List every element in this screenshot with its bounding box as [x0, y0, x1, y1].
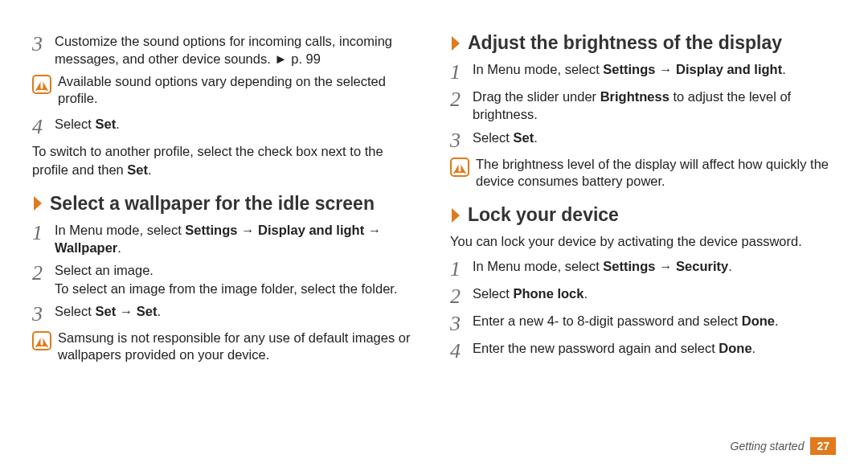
note-text: Samsung is not responsible for any use o… [58, 330, 418, 364]
text: Select [55, 117, 95, 131]
lock-step-4: 4 Enter the new password again and selec… [450, 339, 836, 362]
brightness-step-1: 1 In Menu mode, select Settings → Displa… [450, 60, 836, 83]
step-text: Select Set. [473, 129, 538, 146]
text: → [655, 62, 676, 76]
brightness-step-3: 3 Select Set. [450, 129, 836, 151]
lock-intro: You can lock your device by activating t… [450, 232, 836, 250]
footer-section-label: Getting started [731, 440, 805, 453]
bold: Set [95, 117, 116, 131]
section-lock: Lock your device [450, 204, 836, 226]
step-4: 4 Select Set. [32, 115, 418, 137]
step-text: Select Phone lock. [473, 285, 588, 302]
wallpaper-step-2: 2 Select an image. To select an image fr… [32, 261, 418, 297]
step-number: 4 [450, 339, 473, 362]
note-samsung-wallpaper: Samsung is not responsible for any use o… [32, 330, 418, 364]
paragraph-switch-profile: To switch to another profile, select the… [32, 142, 418, 178]
note-icon [32, 331, 51, 350]
text: . [534, 130, 538, 145]
text: → [116, 304, 137, 318]
step-number: 1 [450, 60, 473, 83]
section-title: Select a wallpaper for the idle screen [50, 193, 375, 215]
step-text: Select an image. To select an image from… [55, 261, 397, 297]
bold: Settings [603, 259, 655, 273]
step-text: Select Set. [55, 115, 120, 133]
note-text: Available sound options vary depending o… [58, 73, 418, 108]
step-text: In Menu mode, select Settings → Display … [55, 221, 418, 257]
wallpaper-step-3: 3 Select Set → Set. [32, 302, 418, 325]
text: . [117, 240, 121, 255]
bold: Set [137, 304, 158, 318]
section-title: Adjust the brightness of the display [468, 32, 782, 54]
brightness-step-2: 2 Drag the slider under Brightness to ad… [450, 88, 836, 124]
left-column: 3 Customize the sound options for incomi… [32, 32, 418, 372]
chevron-right-icon [450, 35, 463, 52]
step-text: Enter the new password again and select … [473, 339, 755, 357]
step-number: 4 [32, 115, 55, 137]
text: Enter a new 4- to 8-digit password and s… [473, 313, 742, 328]
note-icon [450, 158, 469, 177]
step-number: 1 [32, 221, 55, 244]
text: . [158, 304, 162, 318]
page-columns: 3 Customize the sound options for incomi… [32, 32, 836, 372]
step-text: Select Set → Set. [55, 302, 161, 320]
step-text: In Menu mode, select Settings → Display … [473, 60, 786, 78]
text: . [148, 162, 152, 177]
note-sound-options: Available sound options vary depending o… [32, 73, 418, 108]
bold: Phone lock [513, 286, 583, 301]
note-icon [32, 75, 51, 94]
lock-step-2: 2 Select Phone lock. [450, 285, 836, 307]
text: . [775, 313, 779, 328]
bold: Settings [185, 223, 237, 237]
text: . [583, 286, 588, 301]
step-number: 3 [32, 32, 55, 55]
section-wallpaper: Select a wallpaper for the idle screen [32, 193, 418, 215]
text: Enter the new password again and select [473, 341, 719, 355]
step-3: 3 Customize the sound options for incomi… [32, 32, 418, 68]
page-ref: ► p. 99 [274, 51, 321, 66]
step-number: 2 [450, 88, 473, 110]
text: Drag the slider under [473, 89, 600, 104]
bold: Display and light [258, 223, 364, 237]
text: . [752, 341, 756, 355]
bold: Done [742, 313, 775, 328]
text: To select an image from the image folder… [55, 281, 397, 296]
bold: Set [127, 162, 148, 177]
note-battery: The brightness level of the display will… [450, 156, 836, 190]
bold: Display and light [676, 62, 782, 76]
wallpaper-step-1: 1 In Menu mode, select Settings → Displa… [32, 221, 418, 257]
text: Select [473, 130, 513, 145]
text: In Menu mode, select [55, 223, 185, 237]
step-text: Enter a new 4- to 8-digit password and s… [473, 312, 779, 330]
section-brightness: Adjust the brightness of the display [450, 32, 836, 54]
text: → [237, 223, 258, 237]
step-number: 1 [450, 257, 473, 280]
lock-step-3: 3 Enter a new 4- to 8-digit password and… [450, 312, 836, 334]
text: Select [55, 304, 95, 318]
text: Customize the sound options for incoming… [55, 34, 392, 66]
text: → [364, 223, 381, 237]
bold: Set [95, 304, 116, 318]
text: To switch to another profile, select the… [32, 144, 383, 176]
lock-step-1: 1 In Menu mode, select Settings → Securi… [450, 257, 836, 280]
note-text: The brightness level of the display will… [476, 156, 836, 190]
bold: Set [513, 130, 534, 145]
step-text: Customize the sound options for incoming… [55, 32, 418, 68]
text: In Menu mode, select [473, 259, 603, 273]
section-title: Lock your device [468, 204, 619, 226]
text: Select [473, 286, 513, 301]
step-number: 3 [32, 302, 55, 325]
chevron-right-icon [450, 207, 463, 224]
bold: Settings [603, 62, 655, 76]
step-number: 3 [450, 129, 473, 151]
text: . [728, 259, 732, 273]
chevron-right-icon [32, 195, 45, 212]
text: → [655, 259, 676, 273]
bold: Wallpaper [55, 240, 117, 255]
step-number: 2 [32, 261, 55, 284]
text: . [116, 117, 120, 131]
right-column: Adjust the brightness of the display 1 I… [450, 32, 836, 372]
step-text: In Menu mode, select Settings → Security… [473, 257, 732, 275]
text: . [782, 62, 786, 76]
step-text: Drag the slider under Brightness to adju… [473, 88, 836, 124]
page-footer: Getting started 27 [731, 437, 836, 455]
